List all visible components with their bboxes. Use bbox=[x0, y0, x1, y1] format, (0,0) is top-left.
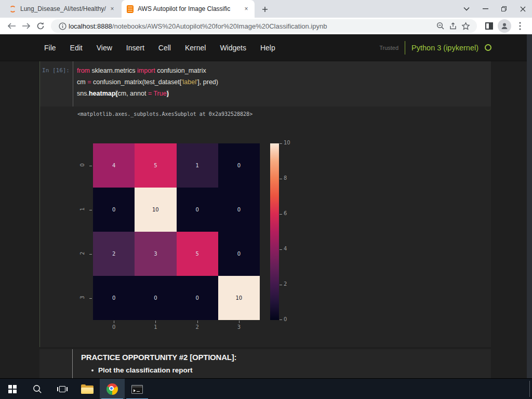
code-line: sns.heatmap(cm, annot = True) bbox=[77, 88, 491, 99]
browser-tab-1[interactable]: Lung_Disease_AI/test/Healthy/ × bbox=[4, 0, 121, 18]
cell-prompt-column: In [16]: bbox=[40, 61, 73, 107]
code-cell[interactable]: In [16]: from sklearn.metrics import con… bbox=[39, 61, 491, 107]
chevron-down-icon bbox=[463, 7, 470, 11]
back-arrow-icon bbox=[7, 22, 16, 30]
back-button[interactable] bbox=[4, 19, 19, 33]
forward-arrow-icon bbox=[22, 22, 31, 30]
browser-tab-2[interactable]: AWS Autopilot for Image Classific × bbox=[122, 0, 255, 18]
chrome-taskbar-button[interactable] bbox=[100, 379, 125, 399]
profile-button[interactable] bbox=[497, 19, 512, 33]
start-button[interactable] bbox=[0, 379, 25, 399]
maximize-button[interactable] bbox=[495, 0, 513, 18]
markdown-body: PRACTICE OPPORTUNITY #2 [OPTIONAL]: Plot… bbox=[73, 349, 491, 378]
reload-button[interactable] bbox=[33, 19, 48, 33]
task-view-button[interactable] bbox=[50, 379, 75, 399]
kernel-name[interactable]: Python 3 (ipykernel) bbox=[411, 44, 478, 52]
close-window-button[interactable] bbox=[513, 0, 532, 18]
input-prompt: In [16]: bbox=[42, 67, 70, 74]
reload-icon bbox=[36, 22, 45, 30]
menu-edit[interactable]: Edit bbox=[70, 44, 83, 52]
tab-title: AWS Autopilot for Image Classific bbox=[138, 5, 242, 12]
tab-close-icon[interactable]: × bbox=[108, 5, 116, 13]
desktop: Lung_Disease_AI/test/Healthy/ × AWS Auto… bbox=[0, 0, 532, 399]
code-line: cm = confusion_matrix(test_dataset['labe… bbox=[77, 76, 491, 88]
bullet-item: Plot the classification report bbox=[81, 366, 491, 374]
url-text[interactable]: localhost:8888/notebooks/AWS%20Autopilot… bbox=[69, 22, 434, 30]
markdown-cell[interactable]: PRACTICE OPPORTUNITY #2 [OPTIONAL]: Plot… bbox=[39, 349, 491, 378]
close-icon bbox=[520, 6, 526, 12]
file-explorer-button[interactable] bbox=[75, 379, 100, 399]
bookmark-star-icon[interactable] bbox=[459, 20, 472, 32]
jupyter-menubar: FileEditViewInsertCellKernelWidgetsHelp … bbox=[0, 34, 532, 61]
restore-icon bbox=[501, 6, 507, 11]
jupyter-spinner-icon bbox=[9, 6, 16, 12]
plus-icon bbox=[262, 6, 268, 12]
practice-heading: PRACTICE OPPORTUNITY #2 [OPTIONAL]: bbox=[81, 353, 491, 362]
tab-close-icon[interactable]: × bbox=[242, 5, 250, 13]
browser-menu-button[interactable] bbox=[512, 19, 528, 33]
output-repr-text: <matplotlib.axes._subplots.AxesSubplot a… bbox=[77, 111, 252, 117]
tab-search-button[interactable] bbox=[457, 0, 476, 18]
menu-insert[interactable]: Insert bbox=[126, 44, 144, 52]
notebook-page: FileEditViewInsertCellKernelWidgetsHelp … bbox=[0, 34, 532, 378]
browser-titlebar: Lung_Disease_AI/test/Healthy/ × AWS Auto… bbox=[0, 0, 532, 18]
menu-help[interactable]: Help bbox=[260, 44, 275, 52]
share-icon[interactable] bbox=[447, 20, 459, 32]
address-bar[interactable]: localhost:8888/notebooks/AWS%20Autopilot… bbox=[51, 19, 477, 33]
windows-logo-icon bbox=[8, 385, 17, 393]
command-prompt-button[interactable] bbox=[125, 379, 150, 399]
task-view-icon bbox=[57, 385, 68, 393]
zoom-indicator-icon[interactable] bbox=[434, 20, 447, 32]
page-info-icon[interactable] bbox=[56, 20, 69, 32]
code-editor[interactable]: from sklearn.metrics import confusion_ma… bbox=[73, 61, 491, 107]
avatar-icon bbox=[498, 19, 511, 33]
divider bbox=[405, 41, 405, 55]
markdown-bullets: Plot the classification report bbox=[81, 366, 491, 374]
chrome-icon bbox=[107, 383, 118, 395]
forward-button[interactable] bbox=[19, 19, 33, 33]
side-panel-icon bbox=[485, 22, 493, 30]
menu-file[interactable]: File bbox=[44, 44, 56, 52]
overflow-menu-icon bbox=[519, 22, 521, 30]
trusted-badge: Trusted bbox=[379, 45, 398, 51]
taskbar bbox=[0, 378, 532, 399]
code-line: from sklearn.metrics import confusion_ma… bbox=[77, 65, 491, 76]
search-icon bbox=[33, 384, 42, 394]
markdown-gutter bbox=[39, 349, 73, 378]
menu-view[interactable]: View bbox=[97, 44, 112, 52]
new-tab-button[interactable] bbox=[259, 3, 271, 16]
folder-icon bbox=[81, 384, 94, 394]
code-lines: from sklearn.metrics import confusion_ma… bbox=[77, 65, 491, 99]
minimize-button[interactable] bbox=[476, 0, 495, 18]
minimize-icon bbox=[483, 8, 488, 9]
scrollbar[interactable] bbox=[527, 34, 532, 378]
cell-output-area: <matplotlib.axes._subplots.AxesSubplot a… bbox=[39, 107, 491, 347]
url-host: localhost:8888 bbox=[69, 22, 112, 30]
show-desktop-button[interactable] bbox=[529, 381, 530, 397]
menu-kernel[interactable]: Kernel bbox=[185, 44, 206, 52]
menu-cell[interactable]: Cell bbox=[158, 44, 171, 52]
terminal-icon bbox=[131, 385, 143, 394]
tab-title: Lung_Disease_AI/test/Healthy/ bbox=[20, 5, 108, 12]
side-panel-button[interactable] bbox=[481, 19, 497, 33]
menu-widgets[interactable]: Widgets bbox=[220, 44, 246, 52]
window-controls bbox=[457, 0, 532, 18]
kernel-status-icon bbox=[485, 44, 491, 51]
url-path: /notebooks/AWS%20Autopilot%20for%20Image… bbox=[112, 22, 327, 30]
notebook-favicon-icon bbox=[127, 5, 134, 13]
browser-toolbar: localhost:8888/notebooks/AWS%20Autopilot… bbox=[0, 18, 532, 34]
menubar-status: Trusted Python 3 (ipykernel) bbox=[379, 41, 491, 55]
taskbar-search-button[interactable] bbox=[25, 379, 50, 399]
menubar-items: FileEditViewInsertCellKernelWidgetsHelp bbox=[44, 44, 379, 52]
